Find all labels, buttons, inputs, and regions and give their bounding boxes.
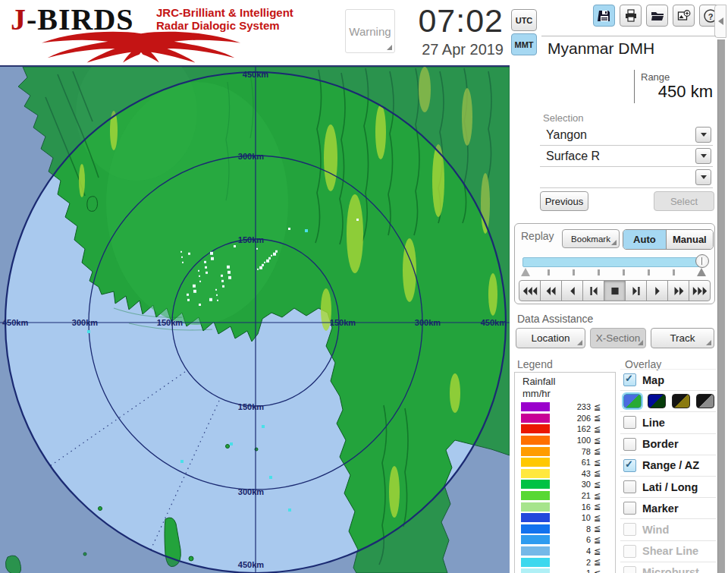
overlay-item-wind: Wind xyxy=(620,519,716,540)
svg-text:?: ? xyxy=(708,11,713,20)
legend-value: 16 xyxy=(562,502,591,512)
play-button[interactable] xyxy=(646,280,668,301)
overlay-item-lati-long[interactable]: Lati / Long xyxy=(620,477,716,498)
legend-value: 233 xyxy=(562,402,591,411)
collapse-left-icon xyxy=(717,17,723,25)
legend-entry: 206 ≦ xyxy=(515,413,615,424)
map-style-swatch-3[interactable] xyxy=(672,394,690,408)
export-image-icon xyxy=(677,9,691,23)
checkbox[interactable] xyxy=(623,459,636,472)
rewind-icon xyxy=(543,285,560,297)
previous-button[interactable]: Previous xyxy=(540,191,588,211)
map-style-swatch-4[interactable] xyxy=(696,394,714,408)
bookmark-button[interactable]: Bookmark xyxy=(562,229,620,248)
checkbox[interactable] xyxy=(623,480,636,493)
legend-color-swatch xyxy=(521,447,550,456)
manual-button[interactable]: Manual xyxy=(667,230,713,249)
selection-dropdown-2[interactable]: Surface R xyxy=(540,146,713,167)
legend-unit-symbol: ≦ xyxy=(594,458,601,468)
step-forward-icon xyxy=(628,285,645,297)
clock: 07:02 27 Apr 2019 xyxy=(385,2,504,59)
slider-end-marker xyxy=(697,268,706,276)
header-bar: J-BIRDS JRC-Brilliant & Intelligent Rada… xyxy=(0,0,728,65)
legend-rows: 233 ≦ 206 ≦ 162 ≦ 100 ≦ 78 ≦ 61 ≦ 43 ≦ 3… xyxy=(515,401,615,573)
slider-tick xyxy=(623,269,625,275)
checkbox[interactable] xyxy=(623,502,636,515)
panel-collapse-button[interactable] xyxy=(714,5,726,38)
overlay-item-label: Microburst xyxy=(642,566,699,573)
checkbox[interactable] xyxy=(623,438,636,451)
overlay-item-label: Border xyxy=(642,438,679,450)
legend-unit-symbol: ≦ xyxy=(594,568,601,573)
overlay-item-range-az[interactable]: Range / AZ xyxy=(620,455,716,477)
replay-slider-track[interactable] xyxy=(522,257,701,267)
legend-entry: 2 ≦ xyxy=(515,556,615,568)
legend-color-swatch xyxy=(521,513,550,522)
utc-button[interactable]: UTC xyxy=(511,9,537,31)
map-style-swatch-2[interactable] xyxy=(648,394,666,408)
radar-map[interactable]: 450km300km150km150km300km450km450km300km… xyxy=(0,65,510,573)
open-folder-button[interactable] xyxy=(646,5,668,27)
save-icon xyxy=(598,9,611,23)
panel-splitter[interactable] xyxy=(717,39,725,573)
stop-button[interactable] xyxy=(604,280,626,301)
print-button[interactable] xyxy=(620,5,642,27)
legend-unit-symbol: ≦ xyxy=(594,413,601,423)
select-button[interactable]: Select xyxy=(654,191,714,211)
svg-text:150km: 150km xyxy=(157,318,183,327)
svg-text:450km: 450km xyxy=(238,560,264,569)
dropdown-arrow-button[interactable] xyxy=(695,169,711,185)
rewind-button[interactable] xyxy=(540,280,562,301)
checkbox[interactable] xyxy=(623,373,636,386)
overlay-item-microburst: Microburst xyxy=(620,562,716,573)
legend-value: 1 xyxy=(562,568,591,573)
dropdown-value: Yangon xyxy=(540,128,695,142)
selection-dropdown-3[interactable] xyxy=(540,167,713,188)
legend-title: Rainfall mm/hr xyxy=(522,376,555,400)
export-image-button[interactable] xyxy=(673,5,695,27)
step-forward-button[interactable] xyxy=(625,280,647,301)
x-section-button[interactable]: X-Section xyxy=(590,328,646,348)
fast-forward-button[interactable] xyxy=(667,280,689,301)
fast-forward-icon xyxy=(670,285,687,297)
overlay-item-marker[interactable]: Marker xyxy=(620,498,716,519)
mmt-button[interactable]: MMT xyxy=(511,33,537,55)
overlay-item-line[interactable]: Line xyxy=(620,412,716,433)
auto-button[interactable]: Auto xyxy=(623,230,667,249)
checkbox[interactable] xyxy=(623,416,636,429)
legend-color-swatch xyxy=(521,458,550,467)
fastest-forward-button[interactable] xyxy=(689,280,711,301)
svg-text:450km: 450km xyxy=(243,70,268,79)
legend-value: 2 xyxy=(562,558,591,567)
legend-box: Rainfall mm/hr 233 ≦ 206 ≦ 162 ≦ 100 ≦ 7… xyxy=(514,372,616,573)
playback-controls xyxy=(519,280,711,301)
legend-color-swatch xyxy=(521,524,550,534)
save-button[interactable] xyxy=(593,5,615,27)
svg-text:150km: 150km xyxy=(238,402,264,411)
station-name: Myanmar DMH xyxy=(548,39,654,58)
chevron-down-icon xyxy=(701,133,707,137)
legend-unit-symbol: ≦ xyxy=(594,402,601,412)
overlay-item-map[interactable]: Map xyxy=(620,369,716,391)
dropdown-value: Surface R xyxy=(540,150,695,163)
legend-entry: 1 ≦ xyxy=(515,568,615,573)
play-back-button[interactable] xyxy=(561,280,583,301)
map-style-swatch-1[interactable] xyxy=(623,394,642,408)
slider-tick xyxy=(648,269,650,275)
location-button[interactable]: Location xyxy=(516,328,585,348)
print-icon xyxy=(624,9,638,23)
dropdown-arrow-button[interactable] xyxy=(695,148,711,164)
svg-text:150km: 150km xyxy=(330,318,356,327)
track-button[interactable]: Track xyxy=(651,328,714,348)
replay-slider-handle[interactable] xyxy=(695,254,709,268)
dropdown-arrow-button[interactable] xyxy=(695,127,711,143)
jbirds-application-window: J-BIRDS JRC-Brilliant & Intelligent Rada… xyxy=(0,0,728,573)
fast-rewind-button[interactable] xyxy=(519,280,541,301)
svg-text:450km: 450km xyxy=(2,318,28,327)
legend-value: 8 xyxy=(562,524,591,534)
selection-dropdown-1[interactable]: Yangon xyxy=(540,124,713,146)
selection-label: Selection xyxy=(543,112,583,124)
step-back-button[interactable] xyxy=(582,280,604,301)
legend-color-swatch xyxy=(521,414,550,423)
overlay-item-border[interactable]: Border xyxy=(620,434,716,455)
